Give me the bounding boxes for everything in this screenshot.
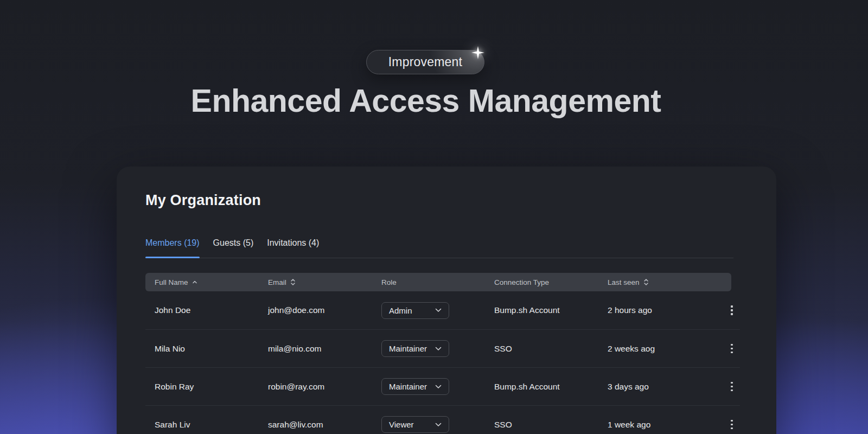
caret-up-down-icon <box>643 278 649 286</box>
actions-cell <box>724 340 740 358</box>
role-select[interactable]: Maintainer <box>381 340 449 357</box>
column-header-email[interactable]: Email <box>268 278 381 286</box>
table-header-row: Full NameEmailRoleConnection TypeLast se… <box>145 273 731 291</box>
members-table: Full NameEmailRoleConnection TypeLast se… <box>145 273 740 434</box>
kebab-menu-icon[interactable] <box>724 340 740 358</box>
member-email: mila@nio.com <box>268 344 381 354</box>
kebab-dot <box>731 305 733 308</box>
role-select-value: Maintainer <box>389 382 427 391</box>
sparkle-icon <box>471 46 485 60</box>
hero-title: Enhanced Access Management <box>0 82 852 119</box>
member-email: robin@ray.com <box>268 382 381 392</box>
improvement-badge: Improvement <box>366 50 484 74</box>
tab-members[interactable]: Members (19) <box>145 238 200 258</box>
kebab-dot <box>731 386 733 388</box>
role-select[interactable]: Admin <box>381 302 449 319</box>
kebab-dot <box>731 390 733 392</box>
column-label: Email <box>268 278 286 286</box>
tab-label: Members (19) <box>145 238 200 247</box>
table-row: Sarah Livsarah@liv.comViewerSSO1 week ag… <box>145 405 740 434</box>
column-header-role[interactable]: Role <box>381 278 494 286</box>
role-select[interactable]: Maintainer <box>381 378 449 395</box>
tab-label: Invitations (4) <box>267 238 319 247</box>
last-seen: 2 hours ago <box>608 305 721 315</box>
tab-guests[interactable]: Guests (5) <box>213 238 254 258</box>
chevron-down-icon <box>435 347 442 351</box>
page: { "hero": { "badge_label": "Improvement"… <box>0 0 868 434</box>
table-row: Robin Rayrobin@ray.comMaintainerBump.sh … <box>145 367 740 405</box>
member-name: Sarah Liv <box>155 420 268 430</box>
organization-card: My Organization Members (19)Guests (5)In… <box>117 167 776 434</box>
role-cell: Admin <box>381 302 494 319</box>
tab-label: Guests (5) <box>213 238 254 247</box>
role-select-value: Maintainer <box>389 344 427 353</box>
column-header-last-seen[interactable]: Last seen <box>608 278 721 286</box>
kebab-menu-icon[interactable] <box>724 301 740 320</box>
kebab-dot <box>731 344 733 346</box>
role-cell: Maintainer <box>381 378 494 395</box>
card-title: My Organization <box>145 192 261 209</box>
column-label: Last seen <box>608 278 640 286</box>
column-label: Full Name <box>155 278 188 286</box>
table-row: John Doejohn@doe.comAdminBump.sh Account… <box>145 291 740 329</box>
member-name: John Doe <box>155 305 268 315</box>
last-seen: 2 weeks aog <box>608 344 721 354</box>
column-label: Connection Type <box>494 278 549 286</box>
kebab-dot <box>731 309 733 311</box>
chevron-down-icon <box>435 308 442 312</box>
kebab-dot <box>731 313 733 315</box>
member-name: Robin Ray <box>155 382 268 392</box>
badge-label: Improvement <box>388 55 462 69</box>
connection-type: Bump.sh Account <box>494 305 608 315</box>
role-select-value: Admin <box>389 306 412 315</box>
caret-up-icon <box>192 279 197 285</box>
column-label: Role <box>381 278 397 286</box>
actions-cell <box>724 301 740 320</box>
kebab-dot <box>731 424 733 426</box>
kebab-dot <box>731 420 733 422</box>
kebab-dot <box>731 352 733 354</box>
actions-cell <box>724 378 740 396</box>
column-header-full-name[interactable]: Full Name <box>155 278 268 286</box>
table-row: Mila Niomila@nio.comMaintainerSSO2 weeks… <box>145 329 740 367</box>
tab-invitations[interactable]: Invitations (4) <box>267 238 319 258</box>
kebab-menu-icon[interactable] <box>724 416 740 434</box>
kebab-dot <box>731 382 733 384</box>
kebab-dot <box>731 348 733 350</box>
member-email: john@doe.com <box>268 305 381 315</box>
table-body: John Doejohn@doe.comAdminBump.sh Account… <box>145 291 740 434</box>
role-cell: Maintainer <box>381 340 494 357</box>
role-select-value: Viewer <box>389 420 414 429</box>
connection-type: SSO <box>494 344 608 354</box>
last-seen: 1 week ago <box>608 420 721 430</box>
tab-bar: Members (19)Guests (5)Invitations (4) <box>145 238 733 258</box>
last-seen: 3 days ago <box>608 382 721 392</box>
chevron-down-icon <box>435 385 442 389</box>
actions-cell <box>724 416 740 434</box>
member-email: sarah@liv.com <box>268 420 381 430</box>
member-name: Mila Nio <box>155 344 268 354</box>
role-cell: Viewer <box>381 416 494 433</box>
role-select[interactable]: Viewer <box>381 416 449 433</box>
column-header-connection-type[interactable]: Connection Type <box>494 278 608 286</box>
kebab-dot <box>731 427 733 430</box>
kebab-menu-icon[interactable] <box>724 378 740 396</box>
caret-up-down-icon <box>290 278 296 286</box>
connection-type: Bump.sh Account <box>494 382 608 392</box>
connection-type: SSO <box>494 420 608 430</box>
chevron-down-icon <box>435 423 442 427</box>
